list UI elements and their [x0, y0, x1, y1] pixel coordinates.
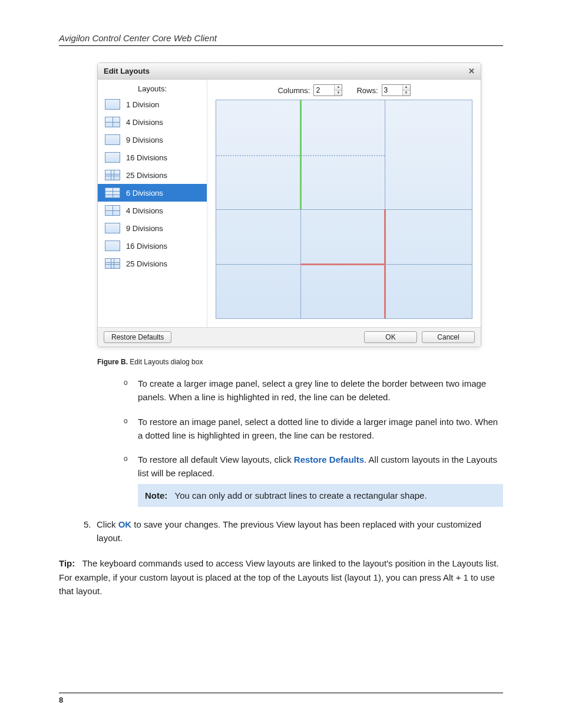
layout-item-label: 25 Divisions [126, 259, 167, 268]
layout-preview[interactable] [216, 100, 472, 319]
cancel-button[interactable]: Cancel [422, 331, 475, 343]
instruction-bullet: To create a larger image panel, select a… [124, 377, 503, 404]
grid-line-highlight-red[interactable] [300, 263, 385, 265]
note-box: Note: You can only add or subtract lines… [138, 484, 503, 507]
grid-line[interactable] [216, 209, 472, 210]
ok-link: OK [118, 519, 132, 529]
ok-button[interactable]: OK [364, 331, 417, 343]
rows-down-icon[interactable]: ▼ [403, 91, 410, 96]
edit-layouts-dialog: Edit Layouts ✕ Layouts: 1 Division4 Divi… [97, 62, 481, 347]
layout-item[interactable]: 16 Divisions [98, 149, 207, 166]
layout-item-label: 4 Divisions [126, 206, 163, 215]
layout-grid-icon [105, 205, 120, 216]
layout-item-label: 16 Divisions [126, 153, 167, 162]
columns-down-icon[interactable]: ▼ [335, 91, 342, 96]
layout-grid-icon [105, 170, 120, 180]
layouts-list: 1 Division4 Divisions9 Divisions16 Divis… [98, 95, 207, 327]
columns-label: Columns: [277, 86, 310, 95]
instruction-bullet: To restore all default View layouts, cli… [124, 453, 503, 507]
tip-paragraph: Tip: The keyboard commands used to acces… [59, 556, 503, 598]
rows-label: Rows: [356, 86, 378, 95]
layout-item[interactable]: 9 Divisions [98, 131, 207, 149]
layout-grid-icon [105, 187, 120, 198]
close-icon[interactable]: ✕ [468, 67, 475, 75]
layouts-label: Layouts: [98, 80, 207, 95]
layout-item[interactable]: 16 Divisions [98, 237, 207, 255]
dialog-title: Edit Layouts [104, 67, 150, 75]
layout-item-label: 16 Divisions [126, 242, 167, 251]
layout-item-label: 9 Divisions [126, 136, 163, 144]
document-header: Avigilon Control Center Core Web Client [59, 33, 503, 46]
rows-up-icon[interactable]: ▲ [403, 85, 410, 91]
rows-stepper[interactable]: ▲ ▼ [382, 84, 411, 96]
layout-grid-icon [105, 258, 120, 269]
layout-item[interactable]: 4 Divisions [98, 113, 207, 131]
layout-item[interactable]: 9 Divisions [98, 219, 207, 237]
columns-input[interactable] [314, 85, 334, 95]
dialog-titlebar: Edit Layouts ✕ [98, 63, 481, 80]
figure-caption: Figure B. Edit Layouts dialog box [97, 358, 503, 366]
restore-defaults-link: Restore Defaults [294, 454, 364, 465]
layout-grid-icon [105, 241, 120, 251]
layout-item[interactable]: 6 Divisions [98, 184, 207, 202]
layout-item[interactable]: 25 Divisions [98, 255, 207, 272]
rows-input[interactable] [382, 85, 402, 95]
layout-grid-icon [105, 134, 120, 145]
layout-item-label: 4 Divisions [126, 118, 163, 127]
instruction-step: 5. Click OK to save your changes. The pr… [84, 518, 503, 545]
layout-grid-icon [105, 99, 120, 110]
restore-defaults-button[interactable]: Restore Defaults [104, 331, 171, 343]
layout-item[interactable]: 25 Divisions [98, 166, 207, 184]
layout-item[interactable]: 1 Division [98, 95, 207, 113]
columns-up-icon[interactable]: ▲ [335, 85, 342, 91]
layout-item-label: 6 Divisions [126, 189, 163, 197]
layout-grid-icon [105, 223, 120, 233]
layout-grid-icon [105, 117, 120, 127]
layout-item[interactable]: 4 Divisions [98, 202, 207, 219]
layout-item-label: 25 Divisions [126, 171, 167, 180]
columns-stepper[interactable]: ▲ ▼ [313, 84, 342, 96]
page-number: 8 [59, 693, 503, 704]
layout-item-label: 1 Division [126, 100, 159, 109]
grid-line-highlight-green[interactable] [300, 100, 302, 209]
instruction-bullet: To restore an image panel, select a dott… [124, 415, 503, 443]
layout-grid-icon [105, 152, 120, 163]
layout-item-label: 9 Divisions [126, 224, 163, 233]
